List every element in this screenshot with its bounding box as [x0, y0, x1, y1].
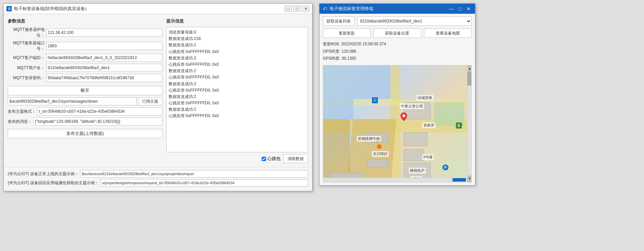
params-panel: 参数信息 MQTT服务器IP地址： MQTT服务器端口号： MQTT客户端ID：…	[8, 18, 162, 163]
svg-point-0	[402, 114, 405, 117]
mqtt-ip-row: MQTT服务器IP地址：	[8, 27, 162, 38]
tips-textarea[interactable]: 消息质量等级:0 数据发送成功:218 数据发送成功:2 心跳应答:0xFFFF…	[166, 27, 308, 152]
right-maximize-btn[interactable]: □	[456, 6, 464, 12]
left-title-bar: ☰ 电子标签设备端(软件模拟的真实设备) — □ ✕	[4, 4, 312, 14]
subscribe-row: 订阅主题	[8, 97, 162, 105]
e-icon: E	[456, 122, 462, 129]
info-value-2[interactable]	[100, 179, 308, 187]
mqtt-password-row: MQTT登录密码：	[8, 74, 162, 82]
map-image: 公 P P ● 绿城置换 中奥云堡公馆	[323, 65, 471, 182]
disconnect-button[interactable]: 断开	[8, 86, 162, 95]
publish-message-label: 发布的消息：	[8, 119, 32, 124]
refresh-key-button[interactable]: 更新密匙	[323, 29, 371, 38]
get-devices-button[interactable]: 获取设备列表	[323, 16, 354, 26]
longitude-label: GPS经度:	[323, 49, 341, 54]
update-time-label: 更新时间:	[323, 42, 340, 46]
map-label-zijia: 资家弄	[422, 122, 435, 128]
map-label-bldg9: 9号楼	[422, 154, 434, 160]
left-window: ☰ 电子标签设备端(软件模拟的真实设备) — □ ✕ 参数信息 MQTT服务器I…	[3, 3, 312, 191]
publish-message-input[interactable]	[33, 117, 162, 126]
parking-icon-1: P	[442, 164, 448, 170]
right-close-btn[interactable]: ✕	[465, 6, 472, 12]
info-value-1[interactable]	[80, 170, 308, 178]
get-location-button[interactable]: 获取设备位置	[373, 29, 421, 38]
mqtt-password-input[interactable]	[46, 74, 162, 82]
latitude-value: 30.1392	[342, 56, 356, 61]
left-window-controls: — □ ✕	[285, 6, 309, 12]
subscribe-button[interactable]: 订阅主题	[138, 97, 162, 105]
right-minimize-btn[interactable]: —	[447, 6, 455, 12]
publish-format-row: 发布主题格式：	[8, 107, 162, 115]
left-window-icon: ☰	[6, 6, 12, 11]
device-select[interactable]: 6210e8acde9933029be8facf_dev1	[357, 16, 472, 26]
map-scrollbar-h[interactable]	[323, 178, 467, 182]
tips-controls: 心跳包 清除数据	[166, 154, 308, 163]
longitude-line: GPS经度: 120.086	[323, 48, 472, 55]
right-title-bar: 🏷 电子物流标签管理终端 — □ ✕	[319, 4, 475, 14]
map-pin	[400, 112, 407, 121]
right-window: 🏷 电子物流标签管理终端 — □ ✕ 获取设备列表 6210e8acde9933…	[319, 3, 475, 186]
publish-button[interactable]: 发布主题(上传数据)	[8, 129, 162, 138]
action-row: 更新密匙 获取设备位置 查看设备地图	[323, 29, 472, 38]
left-minimize-btn[interactable]: —	[285, 6, 292, 12]
info-row-1: (华为云IOT) 设备正常上报的主题示例：	[8, 170, 308, 178]
info-label-1: (华为云IOT) 设备正常上报的主题示例：	[8, 171, 79, 177]
mqtt-username-row: MQTT用户名：	[8, 64, 162, 72]
mqtt-ip-input[interactable]	[46, 29, 162, 37]
update-time-line: 更新时间: 2022/02/20 15:08:00.374	[323, 41, 472, 48]
mqtt-password-label: MQTT登录密码：	[8, 75, 45, 81]
latitude-line: GPS纬度: 30.1392	[323, 55, 472, 62]
map-container[interactable]: 公 P P ● 绿城置换 中奥云堡公馆	[323, 65, 472, 183]
clear-button[interactable]: 清除数据	[283, 154, 308, 163]
right-window-controls: — □ ✕	[447, 6, 472, 12]
bottom-info: (华为云IOT) 设备正常上报的主题示例： (华为云IOT) 设备回应应用端属性…	[4, 167, 312, 191]
publish-format-input[interactable]	[37, 107, 162, 115]
publish-message-row: 发布的消息：	[8, 117, 162, 126]
device-row: 获取设备列表 6210e8acde9933029be8facf_dev1	[323, 16, 472, 26]
publish-format-label: 发布主题格式：	[8, 109, 36, 114]
subscribe-topic-input[interactable]	[8, 97, 137, 105]
gps-info: 更新时间: 2022/02/20 15:08:00.374 GPS经度: 120…	[323, 41, 472, 62]
info-row-2: (华为云IOT) 设备回应应用端属性获取的主题示例：	[8, 179, 308, 187]
left-maximize-btn[interactable]: □	[293, 6, 301, 12]
map-label-greentown: 绿城置换	[417, 95, 433, 101]
left-window-title: 电子标签设备端(软件模拟的真实设备)	[14, 6, 87, 12]
view-map-button[interactable]: 查看设备地图	[424, 29, 472, 38]
mqtt-clientid-input[interactable]	[46, 54, 162, 62]
bus-icon: 公	[372, 97, 378, 103]
left-close-btn[interactable]: ✕	[302, 6, 309, 12]
mqtt-clientid-row: MQTT客户端ID：	[8, 54, 162, 62]
mqtt-username-input[interactable]	[46, 64, 162, 72]
scroll-thumb-h[interactable]	[453, 178, 466, 182]
heartbeat-checkbox[interactable]	[262, 157, 266, 161]
mqtt-port-row: MQTT服务器端口号：	[8, 40, 162, 52]
tips-panel: 提示信息 消息质量等级:0 数据发送成功:218 数据发送成功:2 心跳应答:0…	[166, 18, 308, 163]
map-label-eastday: 东日晴好	[372, 151, 389, 157]
update-time-value: 2022/02/20 15:08:00.374	[341, 42, 386, 46]
longitude-value: 120.086	[342, 49, 356, 54]
info-label-2: (华为云IOT) 设备回应应用端属性获取的主题示例：	[8, 180, 99, 186]
map-label-apartment: 中奥云堡公馆	[400, 103, 424, 109]
right-content: 获取设备列表 6210e8acde9933029be8facf_dev1 更新密…	[319, 14, 475, 185]
restaurant-dot-2	[377, 144, 382, 149]
mqtt-username-label: MQTT用户名：	[8, 65, 45, 71]
right-window-icon: 🏷	[322, 6, 328, 11]
heartbeat-checkbox-row: 心跳包	[262, 156, 281, 162]
right-window-title: 电子物流标签管理终端	[330, 6, 445, 12]
latitude-label: GPS纬度:	[323, 56, 341, 61]
tips-title: 提示信息	[166, 18, 308, 24]
heartbeat-label: 心跳包	[267, 156, 281, 162]
map-scrollbar-v[interactable]: ▲ ▼	[467, 65, 471, 182]
params-title: 参数信息	[8, 18, 162, 24]
mqtt-port-label: MQTT服务器端口号：	[8, 40, 45, 52]
mqtt-clientid-label: MQTT客户端ID：	[8, 55, 45, 61]
mqtt-ip-label: MQTT服务器IP地址：	[8, 27, 45, 38]
map-label-qitong: 栖桐燕庐	[409, 168, 426, 173]
scroll-track-v[interactable]	[467, 72, 471, 86]
mqtt-port-input[interactable]	[46, 42, 162, 50]
map-label-beef: 苏桐路脚牛肉	[357, 136, 381, 142]
